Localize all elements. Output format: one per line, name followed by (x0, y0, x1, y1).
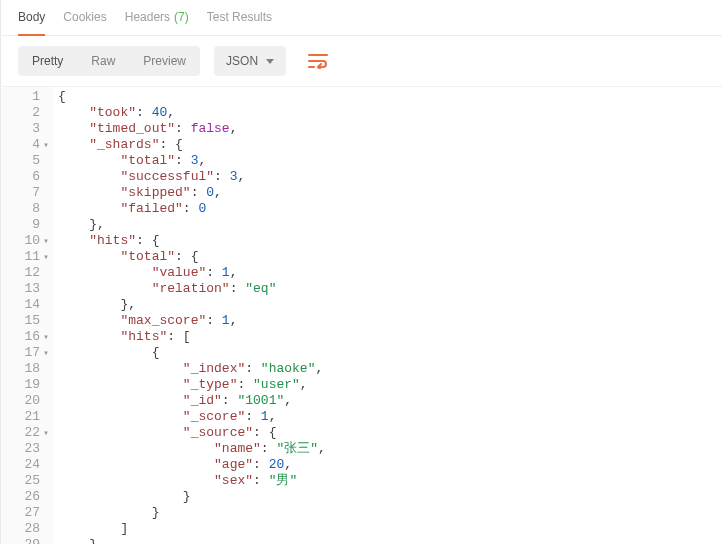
format-label: JSON (226, 54, 258, 68)
code-line: } (54, 489, 722, 505)
code-line: } (54, 505, 722, 521)
wrap-icon (308, 53, 328, 69)
preview-button[interactable]: Preview (129, 46, 200, 76)
code-line: "max_score": 1, (54, 313, 722, 329)
code-line: "name": "张三", (54, 441, 722, 457)
line-number: 15 (6, 313, 48, 329)
code-line: "_index": "haoke", (54, 361, 722, 377)
code-line: "_score": 1, (54, 409, 722, 425)
line-number: 24 (6, 457, 48, 473)
line-number: 17▾ (6, 345, 48, 361)
code-line: "successful": 3, (54, 169, 722, 185)
code-editor[interactable]: 1234▾5678910▾11▾1213141516▾17▾1819202122… (2, 86, 722, 544)
line-number: 26 (6, 489, 48, 505)
line-number: 5 (6, 153, 48, 169)
code-content[interactable]: { "took": 40, "timed_out": false, "_shar… (54, 87, 722, 544)
line-number: 29 (6, 537, 48, 544)
line-number: 13 (6, 281, 48, 297)
code-line: "hits": { (54, 233, 722, 249)
line-number: 2 (6, 105, 48, 121)
line-number: 8 (6, 201, 48, 217)
code-line: "took": 40, (54, 105, 722, 121)
raw-button[interactable]: Raw (77, 46, 129, 76)
format-dropdown[interactable]: JSON (214, 46, 286, 76)
fold-icon[interactable]: ▾ (40, 250, 48, 266)
code-line: "age": 20, (54, 457, 722, 473)
fold-icon[interactable]: ▾ (40, 346, 48, 362)
line-number: 23 (6, 441, 48, 457)
pretty-button[interactable]: Pretty (18, 46, 77, 76)
line-number: 22▾ (6, 425, 48, 441)
line-gutter: 1234▾5678910▾11▾1213141516▾17▾1819202122… (2, 87, 54, 544)
line-number: 11▾ (6, 249, 48, 265)
code-line: "_shards": { (54, 137, 722, 153)
code-line: ] (54, 521, 722, 537)
tab-count: (7) (174, 10, 189, 24)
line-number: 9 (6, 217, 48, 233)
fold-icon[interactable]: ▾ (40, 426, 48, 442)
code-line: "value": 1, (54, 265, 722, 281)
line-number: 19 (6, 377, 48, 393)
code-line: "skipped": 0, (54, 185, 722, 201)
line-number: 10▾ (6, 233, 48, 249)
line-number: 12 (6, 265, 48, 281)
code-line: "total": 3, (54, 153, 722, 169)
line-number: 27 (6, 505, 48, 521)
line-number: 18 (6, 361, 48, 377)
line-number: 20 (6, 393, 48, 409)
chevron-down-icon (266, 59, 274, 64)
line-number: 21 (6, 409, 48, 425)
line-number: 1 (6, 89, 48, 105)
tab-test-results[interactable]: Test Results (207, 0, 272, 36)
tab-headers[interactable]: Headers(7) (125, 0, 189, 36)
line-number: 14 (6, 297, 48, 313)
code-line: }, (54, 217, 722, 233)
fold-icon[interactable]: ▾ (40, 330, 48, 346)
response-tabs: BodyCookiesHeaders(7)Test Results (2, 0, 722, 36)
code-line: "_id": "1001", (54, 393, 722, 409)
line-number: 28 (6, 521, 48, 537)
fold-icon[interactable]: ▾ (40, 234, 48, 250)
line-number: 25 (6, 473, 48, 489)
code-line: "_source": { (54, 425, 722, 441)
code-line: }, (54, 297, 722, 313)
line-number: 3 (6, 121, 48, 137)
view-mode-group: PrettyRawPreview (18, 46, 200, 76)
code-line: "hits": [ (54, 329, 722, 345)
tab-cookies[interactable]: Cookies (63, 0, 106, 36)
code-line: } (54, 537, 722, 544)
code-line: "sex": "男" (54, 473, 722, 489)
code-line: { (54, 345, 722, 361)
fold-icon[interactable]: ▾ (40, 138, 48, 154)
tab-body[interactable]: Body (18, 0, 45, 36)
code-line: "_type": "user", (54, 377, 722, 393)
wrap-lines-button[interactable] (300, 46, 336, 76)
code-line: "timed_out": false, (54, 121, 722, 137)
line-number: 7 (6, 185, 48, 201)
line-number: 4▾ (6, 137, 48, 153)
code-line: "relation": "eq" (54, 281, 722, 297)
line-number: 6 (6, 169, 48, 185)
code-line: "failed": 0 (54, 201, 722, 217)
code-line: "total": { (54, 249, 722, 265)
line-number: 16▾ (6, 329, 48, 345)
response-toolbar: PrettyRawPreview JSON (2, 36, 722, 86)
code-line: { (54, 89, 722, 105)
